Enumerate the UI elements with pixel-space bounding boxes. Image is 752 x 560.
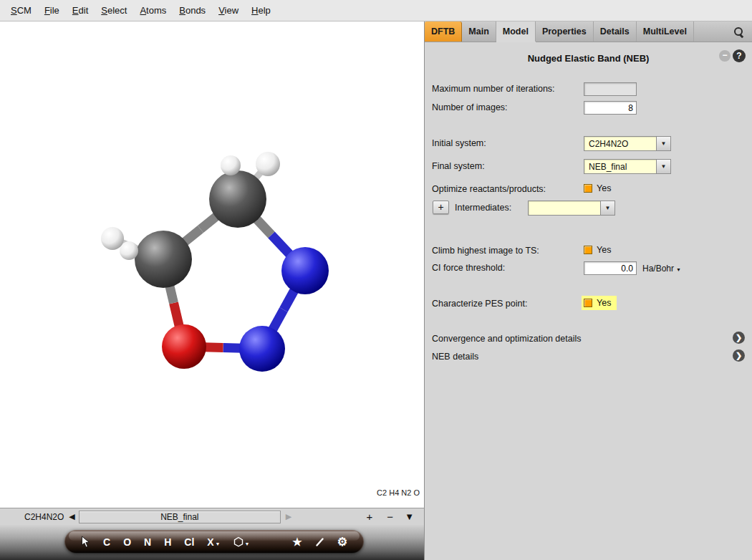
x-caret-icon: ▼: [216, 541, 221, 546]
max-iterations-input[interactable]: [584, 82, 637, 96]
atom-toolbar: C O N H Cl X▼ ▼ ★ ⚙: [64, 530, 364, 554]
menu-view[interactable]: View: [212, 1, 245, 19]
element-c-button[interactable]: C: [97, 536, 117, 548]
panel-tab-strip: DFTB Main Model Properties Details Multi…: [425, 21, 752, 42]
menu-bonds[interactable]: Bonds: [173, 1, 212, 19]
menu-scm[interactable]: SCM: [4, 1, 38, 19]
system-tab-main[interactable]: C2H4N2O: [24, 512, 64, 522]
element-n-button[interactable]: N: [138, 536, 158, 548]
ci-unit-selector[interactable]: Ha/Bohr▼: [642, 264, 681, 274]
search-icon: [733, 26, 744, 37]
num-images-input[interactable]: [584, 101, 637, 115]
tab-multilevel[interactable]: MultiLevel: [637, 21, 694, 42]
ring-caret-icon: ▼: [245, 541, 250, 546]
intermediates-value[interactable]: [528, 201, 600, 216]
menu-select[interactable]: Select: [95, 1, 133, 19]
structure-tool-icon[interactable]: ★: [286, 536, 308, 549]
climb-checkbox[interactable]: [584, 246, 592, 254]
page-title: Nudged Elastic Band (NEB): [528, 53, 650, 64]
field-row-initial-system: Initial system: C2H4N2O ▼: [425, 136, 752, 152]
num-images-label: Number of images:: [432, 102, 508, 112]
tab-details[interactable]: Details: [594, 21, 637, 42]
element-o-button[interactable]: O: [117, 536, 138, 548]
ci-threshold-label: CI force threshold:: [432, 263, 505, 273]
tab-main[interactable]: Main: [462, 21, 496, 42]
tool-zone: C O N H Cl X▼ ▼ ★ ⚙: [0, 525, 425, 560]
field-row-max-iterations: Maximum number of iterations:: [425, 82, 752, 97]
optimize-label: Optimize reactants/products:: [432, 184, 546, 194]
climb-label: Climb highest image to TS:: [432, 246, 539, 256]
final-system-dropdown[interactable]: NEB_final ▼: [584, 159, 671, 174]
add-intermediate-button[interactable]: +: [433, 201, 449, 214]
field-row-num-images: Number of images:: [425, 100, 752, 116]
max-iterations-label: Maximum number of iterations:: [432, 84, 555, 94]
remove-system-button[interactable]: −: [387, 511, 393, 523]
system-tab-active[interactable]: NEB_final: [79, 511, 281, 523]
panel-search-button[interactable]: [733, 21, 752, 42]
tab-next-icon[interactable]: ▶: [286, 512, 291, 521]
climb-yes-label: Yes: [597, 245, 611, 255]
ring-tool-icon[interactable]: ▼: [227, 536, 256, 547]
pointer-tool-icon[interactable]: [74, 536, 97, 548]
field-row-optimize: Optimize reactants/products: Yes: [425, 182, 752, 198]
characterize-checkbox[interactable]: [584, 299, 592, 307]
final-system-label: Final system:: [432, 161, 485, 171]
menu-edit[interactable]: Edit: [66, 1, 95, 19]
convergence-details-row[interactable]: Convergence and optimization details ❯: [425, 332, 752, 346]
tab-properties[interactable]: Properties: [536, 21, 594, 42]
tab-prev-icon[interactable]: ◀: [69, 512, 74, 521]
menu-file[interactable]: File: [38, 1, 66, 19]
formula-label: C2 H4 N2 O: [377, 488, 420, 497]
neb-details-chevron-icon[interactable]: ❯: [733, 349, 745, 362]
settings-gear-icon[interactable]: ⚙: [331, 535, 354, 549]
menu-atoms[interactable]: Atoms: [133, 1, 173, 19]
optimize-yes-label: Yes: [597, 183, 611, 193]
menu-help[interactable]: Help: [245, 1, 277, 19]
optimize-checkbox[interactable]: [584, 184, 592, 193]
molecule-viewer[interactable]: C2 H4 N2 O: [0, 21, 425, 508]
system-menu-icon[interactable]: ▼: [405, 511, 414, 522]
characterize-yes-label: Yes: [597, 298, 611, 308]
help-icon[interactable]: ?: [733, 49, 746, 62]
characterize-highlight: Yes: [582, 296, 617, 310]
ci-threshold-input[interactable]: [584, 261, 637, 275]
add-system-button[interactable]: +: [367, 511, 373, 523]
tab-model[interactable]: Model: [496, 21, 536, 42]
collapse-panel-icon[interactable]: −: [719, 50, 731, 62]
menu-bar: SCM File Edit Select Atoms Bonds View He…: [0, 0, 752, 21]
initial-system-arrow-icon[interactable]: ▼: [656, 136, 671, 151]
neb-details-row[interactable]: NEB details ❯: [425, 349, 752, 364]
tab-dftb[interactable]: DFTB: [425, 21, 462, 42]
initial-system-value[interactable]: C2H4N2O: [584, 136, 656, 151]
neb-details-label: NEB details: [432, 352, 478, 362]
convergence-details-label: Convergence and optimization details: [432, 334, 581, 344]
intermediates-label: Intermediates:: [455, 203, 511, 213]
bond-tool-icon[interactable]: [309, 537, 331, 547]
settings-panel: DFTB Main Model Properties Details Multi…: [425, 21, 752, 560]
element-cl-button[interactable]: Cl: [178, 536, 201, 548]
element-x-button[interactable]: X▼: [201, 536, 226, 548]
unit-caret-icon: ▼: [676, 267, 681, 272]
field-row-ci-threshold: CI force threshold: Ha/Bohr▼: [425, 261, 752, 276]
initial-system-dropdown[interactable]: C2H4N2O ▼: [584, 136, 671, 151]
final-system-value[interactable]: NEB_final: [584, 159, 656, 174]
initial-system-label: Initial system:: [432, 138, 486, 148]
field-row-final-system: Final system: NEB_final ▼: [425, 159, 752, 175]
field-row-climb: Climb highest image to TS: Yes: [425, 243, 752, 259]
characterize-label: Characterize PES point:: [432, 299, 527, 309]
intermediates-arrow-icon[interactable]: ▼: [600, 201, 615, 216]
convergence-chevron-icon[interactable]: ❯: [733, 332, 745, 344]
field-row-intermediates: + Intermediates: ▼: [425, 201, 752, 216]
molecule-svg[interactable]: [0, 21, 424, 508]
element-h-button[interactable]: H: [158, 536, 178, 548]
final-system-arrow-icon[interactable]: ▼: [656, 159, 671, 174]
field-row-characterize: Characterize PES point: Yes: [425, 296, 752, 312]
intermediates-dropdown[interactable]: ▼: [528, 201, 615, 216]
system-tab-bar: C2H4N2O ◀ NEB_final ▶ + − ▼: [0, 508, 425, 525]
